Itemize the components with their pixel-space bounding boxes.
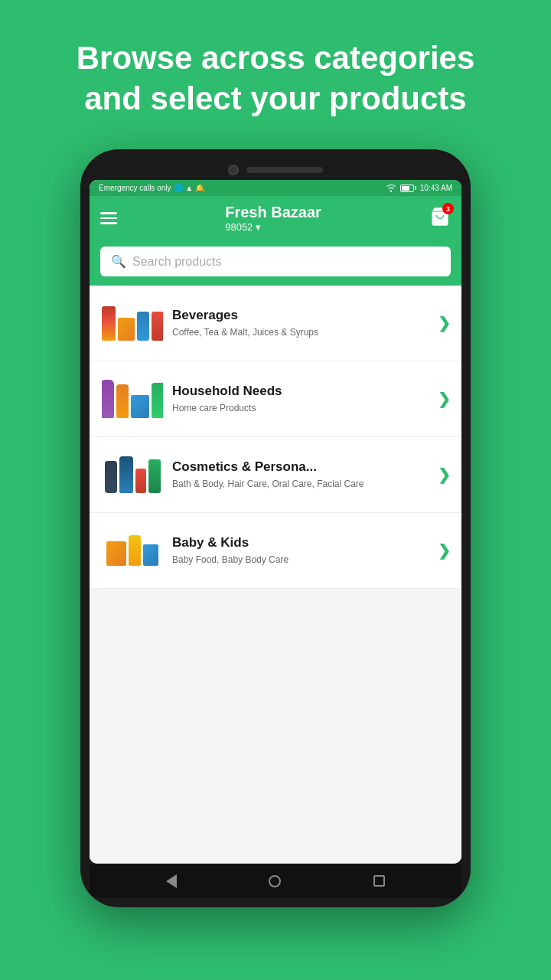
category-sub-household: Home care Products [172, 402, 429, 415]
back-button[interactable] [166, 874, 177, 888]
cart-button[interactable]: 3 [429, 206, 451, 230]
status-bar: Emergency calls only 🌐 ▲ 🔔 10:43 AM [90, 180, 461, 196]
location-row[interactable]: 98052 ▾ [225, 221, 261, 233]
category-name-baby: Baby & Kids [172, 535, 429, 550]
category-name-cosmetics: Cosmetics & Persona... [172, 459, 429, 475]
baby-pack-img [143, 544, 158, 566]
category-info-beverages: Beverages Coffee, Tea & Malt, Juices & S… [172, 308, 429, 339]
status-right: 10:43 AM [386, 184, 452, 192]
emoji-icons: 🌐 ▲ 🔔 [174, 184, 204, 192]
battery-icon [400, 185, 416, 192]
category-item-cosmetics[interactable]: Cosmetics & Persona... Bath & Body, Hair… [90, 437, 461, 513]
category-image-cosmetics [102, 448, 163, 501]
chevron-right-cosmetics: ❯ [438, 466, 451, 484]
chevron-right-household: ❯ [438, 390, 451, 408]
cosm-lotion-img [119, 456, 133, 493]
chevron-right-beverages: ❯ [438, 314, 451, 332]
header-title-area: Fresh Bazaar 98052 ▾ [225, 204, 321, 233]
household-bottle2-img [152, 383, 164, 418]
baby-box-img [106, 541, 126, 566]
home-button[interactable] [269, 875, 281, 887]
phone-speaker [246, 167, 323, 173]
category-info-cosmetics: Cosmetics & Persona... Bath & Body, Hair… [172, 459, 429, 491]
hamburger-menu-button[interactable] [100, 212, 117, 224]
status-time: 10:43 AM [420, 184, 452, 192]
category-info-baby: Baby & Kids Baby Food, Baby Body Care [172, 535, 429, 567]
search-bar[interactable]: 🔍 Search products [100, 247, 451, 276]
location-chevron-icon: ▾ [256, 221, 261, 233]
status-left: Emergency calls only 🌐 ▲ 🔔 [99, 184, 204, 192]
household-spray-img [116, 384, 129, 418]
menu-line-2 [100, 217, 117, 220]
hero-heading: Browse across categories and select your… [0, 0, 551, 149]
app-header: Fresh Bazaar 98052 ▾ 3 [90, 196, 461, 240]
category-item-beverages[interactable]: Beverages Coffee, Tea & Malt, Juices & S… [90, 286, 461, 361]
search-input[interactable]: Search products [132, 255, 222, 269]
category-info-household: Household Needs Home care Products [172, 384, 429, 415]
category-image-beverages [102, 296, 163, 350]
category-item-household[interactable]: Household Needs Home care Products ❯ [90, 361, 461, 437]
emergency-text: Emergency calls only [99, 184, 171, 192]
beverage-bottle-img [102, 306, 116, 341]
categories-list: Beverages Coffee, Tea & Malt, Juices & S… [90, 286, 461, 864]
household-bottle-img [102, 380, 114, 418]
phone-bottom-nav [90, 864, 461, 898]
menu-line-3 [100, 222, 117, 224]
wifi-icon [386, 184, 396, 192]
category-image-household [102, 372, 163, 426]
category-image-baby [102, 524, 163, 577]
category-sub-baby: Baby Food, Baby Body Care [172, 554, 429, 567]
phone-mockup: Emergency calls only 🌐 ▲ 🔔 10:43 AM [80, 149, 471, 907]
cosm-deo-img [148, 459, 161, 493]
cosm-small-img [135, 469, 146, 493]
household-pack-img [131, 395, 149, 418]
baby-bottle-img [129, 535, 141, 566]
cosm-bottle-img [105, 461, 117, 493]
category-sub-cosmetics: Bath & Body, Hair Care, Oral Care, Facia… [172, 478, 429, 491]
beverage-can2-img [152, 312, 164, 341]
phone-camera [228, 165, 239, 175]
menu-line-1 [100, 212, 117, 214]
category-name-household: Household Needs [172, 384, 429, 399]
cart-badge: 3 [442, 203, 454, 214]
category-item-baby[interactable]: Baby & Kids Baby Food, Baby Body Care ❯ [90, 513, 461, 589]
beverage-can1-img [137, 312, 149, 341]
category-name-beverages: Beverages [172, 308, 429, 323]
search-container: 🔍 Search products [90, 240, 461, 286]
category-sub-beverages: Coffee, Tea & Malt, Juices & Syrups [172, 326, 429, 339]
location-text: 98052 [225, 221, 253, 233]
phone-notch [90, 158, 461, 180]
chevron-right-baby: ❯ [438, 541, 451, 560]
search-icon: 🔍 [111, 254, 126, 269]
app-title: Fresh Bazaar [225, 204, 321, 221]
recents-button[interactable] [373, 875, 385, 887]
beverage-box-img [118, 318, 135, 341]
phone-screen: Emergency calls only 🌐 ▲ 🔔 10:43 AM [90, 180, 461, 864]
